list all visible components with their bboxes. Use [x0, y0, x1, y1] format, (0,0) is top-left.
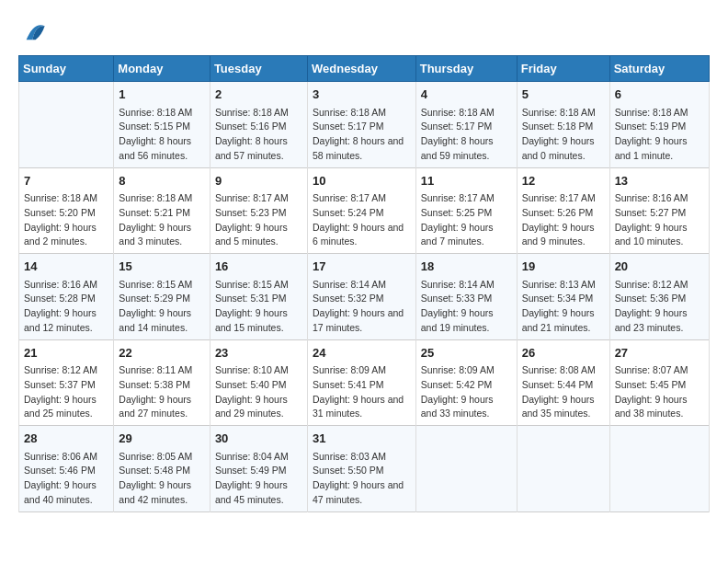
day-info: Sunrise: 8:16 AM: [24, 278, 108, 293]
day-info: Daylight: 9 hours and 47 minutes.: [313, 478, 411, 508]
day-number: 30: [215, 430, 302, 448]
calendar-cell: 5Sunrise: 8:18 AMSunset: 5:18 PMDaylight…: [517, 82, 609, 168]
day-info: Sunrise: 8:16 AM: [615, 191, 704, 206]
day-info: Sunrise: 8:18 AM: [119, 191, 205, 206]
day-info: Sunset: 5:33 PM: [421, 292, 512, 306]
day-info: Sunrise: 8:18 AM: [421, 106, 512, 121]
day-info: Sunrise: 8:17 AM: [421, 191, 512, 206]
calendar-cell: 8Sunrise: 8:18 AMSunset: 5:21 PMDaylight…: [114, 167, 210, 254]
day-number: 6: [615, 86, 704, 104]
day-info: Daylight: 9 hours and 12 minutes.: [24, 306, 108, 336]
week-row-2: 7Sunrise: 8:18 AMSunset: 5:20 PMDaylight…: [19, 167, 710, 254]
day-info: Sunrise: 8:18 AM: [24, 191, 108, 206]
day-info: Sunset: 5:17 PM: [313, 120, 411, 134]
week-row-4: 21Sunrise: 8:12 AMSunset: 5:37 PMDayligh…: [19, 339, 710, 426]
day-info: Sunset: 5:26 PM: [522, 206, 605, 221]
day-number: 29: [119, 430, 205, 448]
day-info: Sunset: 5:44 PM: [522, 378, 605, 393]
day-info: Sunrise: 8:09 AM: [313, 363, 411, 378]
day-info: Sunrise: 8:14 AM: [421, 278, 512, 293]
day-number: 21: [24, 344, 108, 362]
calendar-cell: 17Sunrise: 8:14 AMSunset: 5:32 PMDayligh…: [307, 254, 415, 340]
calendar-header-row: SundayMondayTuesdayWednesdayThursdayFrid…: [19, 56, 710, 82]
day-info: Sunset: 5:29 PM: [119, 292, 205, 306]
day-info: Sunrise: 8:18 AM: [615, 106, 704, 121]
day-number: 28: [24, 430, 108, 448]
day-number: 2: [215, 86, 302, 104]
header-friday: Friday: [517, 56, 609, 82]
day-info: Sunset: 5:41 PM: [313, 378, 411, 393]
day-info: Sunset: 5:21 PM: [119, 206, 205, 221]
calendar-cell: 22Sunrise: 8:11 AMSunset: 5:38 PMDayligh…: [114, 339, 210, 426]
day-number: 15: [119, 258, 205, 276]
calendar-table: SundayMondayTuesdayWednesdayThursdayFrid…: [18, 55, 710, 512]
header-saturday: Saturday: [609, 56, 709, 82]
day-info: Sunrise: 8:11 AM: [119, 363, 205, 378]
day-info: Sunrise: 8:12 AM: [24, 363, 108, 378]
calendar-cell: 20Sunrise: 8:12 AMSunset: 5:36 PMDayligh…: [609, 254, 709, 340]
day-info: Sunrise: 8:15 AM: [119, 278, 205, 293]
day-info: Sunset: 5:24 PM: [313, 206, 411, 221]
header-wednesday: Wednesday: [307, 56, 415, 82]
calendar-cell: 21Sunrise: 8:12 AMSunset: 5:37 PMDayligh…: [19, 339, 114, 426]
calendar-cell: [609, 426, 709, 512]
week-row-5: 28Sunrise: 8:06 AMSunset: 5:46 PMDayligh…: [19, 426, 710, 512]
day-number: 10: [313, 172, 411, 190]
day-info: Sunset: 5:25 PM: [421, 206, 512, 221]
day-info: Sunset: 5:50 PM: [313, 464, 411, 478]
day-info: Sunset: 5:34 PM: [522, 292, 605, 306]
day-info: Daylight: 8 hours and 59 minutes.: [421, 134, 512, 164]
day-info: Sunset: 5:17 PM: [421, 120, 512, 134]
day-number: 5: [522, 86, 605, 104]
calendar-cell: 26Sunrise: 8:08 AMSunset: 5:44 PMDayligh…: [517, 339, 609, 426]
day-number: 23: [215, 344, 302, 362]
day-info: Daylight: 9 hours and 27 minutes.: [119, 393, 205, 422]
day-number: 1: [119, 86, 205, 104]
calendar-cell: [19, 82, 114, 168]
day-info: Sunrise: 8:09 AM: [421, 363, 512, 378]
calendar-cell: 3Sunrise: 8:18 AMSunset: 5:17 PMDaylight…: [307, 82, 415, 168]
calendar-cell: 15Sunrise: 8:15 AMSunset: 5:29 PMDayligh…: [114, 254, 210, 340]
day-number: 17: [313, 258, 411, 276]
calendar-cell: 19Sunrise: 8:13 AMSunset: 5:34 PMDayligh…: [517, 254, 609, 340]
day-info: Sunrise: 8:03 AM: [313, 450, 411, 465]
day-info: Sunrise: 8:17 AM: [313, 191, 411, 206]
day-number: 26: [522, 344, 605, 362]
day-info: Sunset: 5:18 PM: [522, 120, 605, 134]
calendar-cell: 1Sunrise: 8:18 AMSunset: 5:15 PMDaylight…: [114, 82, 210, 168]
calendar-cell: 14Sunrise: 8:16 AMSunset: 5:28 PMDayligh…: [19, 254, 114, 340]
calendar-cell: 23Sunrise: 8:10 AMSunset: 5:40 PMDayligh…: [210, 339, 307, 426]
day-info: Sunset: 5:32 PM: [313, 292, 411, 306]
calendar-cell: 4Sunrise: 8:18 AMSunset: 5:17 PMDaylight…: [415, 82, 517, 168]
day-info: Sunrise: 8:13 AM: [522, 278, 605, 293]
header-tuesday: Tuesday: [210, 56, 307, 82]
day-info: Sunrise: 8:17 AM: [522, 191, 605, 206]
day-info: Sunset: 5:42 PM: [421, 378, 512, 393]
logo-icon: [20, 18, 48, 46]
day-info: Daylight: 9 hours and 23 minutes.: [615, 306, 704, 336]
day-info: Sunrise: 8:18 AM: [119, 106, 205, 121]
calendar-cell: [415, 426, 517, 512]
day-info: Sunrise: 8:18 AM: [522, 106, 605, 121]
day-info: Daylight: 9 hours and 42 minutes.: [119, 478, 205, 508]
day-info: Sunrise: 8:15 AM: [215, 278, 302, 293]
day-info: Sunset: 5:20 PM: [24, 206, 108, 221]
day-info: Sunset: 5:27 PM: [615, 206, 704, 221]
day-number: 3: [313, 86, 411, 104]
day-info: Sunrise: 8:18 AM: [313, 106, 411, 121]
day-number: 11: [421, 172, 512, 190]
day-info: Sunrise: 8:08 AM: [522, 363, 605, 378]
day-number: 12: [522, 172, 605, 190]
day-info: Daylight: 9 hours and 17 minutes.: [313, 306, 411, 336]
day-info: Daylight: 9 hours and 1 minute.: [615, 134, 704, 164]
calendar-cell: 16Sunrise: 8:15 AMSunset: 5:31 PMDayligh…: [210, 254, 307, 340]
page-header: [18, 18, 710, 46]
day-info: Daylight: 9 hours and 2 minutes.: [24, 221, 108, 250]
day-info: Daylight: 9 hours and 3 minutes.: [119, 221, 205, 250]
day-number: 4: [421, 86, 512, 104]
day-number: 25: [421, 344, 512, 362]
day-info: Daylight: 9 hours and 10 minutes.: [615, 221, 704, 250]
day-number: 24: [313, 344, 411, 362]
calendar-cell: [517, 426, 609, 512]
day-number: 20: [615, 258, 704, 276]
